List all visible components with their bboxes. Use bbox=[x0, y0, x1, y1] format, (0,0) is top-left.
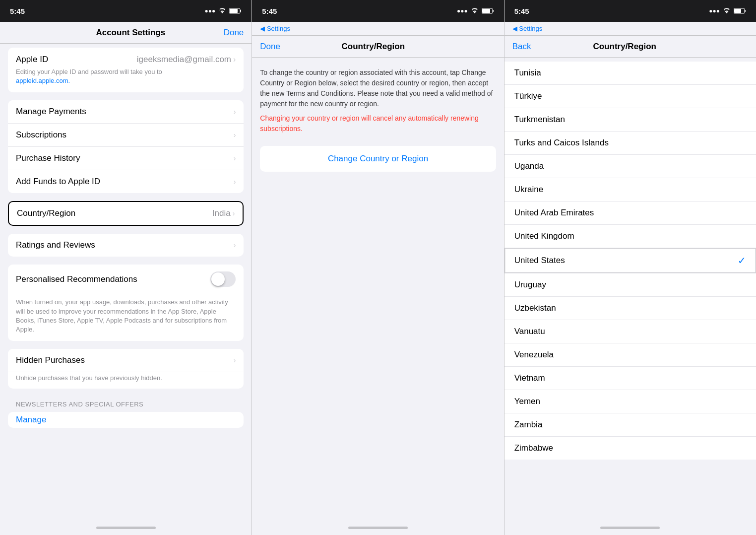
done-button[interactable]: Done bbox=[224, 28, 244, 38]
country-item[interactable]: Ukraine bbox=[504, 178, 756, 201]
country-name: United States bbox=[514, 256, 565, 266]
country-item[interactable]: Uganda bbox=[504, 155, 756, 178]
change-country-button[interactable]: Change Country or Region bbox=[260, 146, 496, 172]
country-item[interactable]: Venezuela bbox=[504, 343, 756, 367]
personalised-toggle[interactable] bbox=[210, 271, 236, 287]
home-indicator-2 bbox=[252, 520, 504, 535]
country-item[interactable]: Vanuatu bbox=[504, 320, 756, 343]
country-name: United Arab Emirates bbox=[514, 208, 594, 218]
nav-bar-2: Done Country/Region bbox=[252, 36, 504, 58]
country-name: Tunisia bbox=[514, 68, 541, 78]
apple-id-chevron: › bbox=[233, 55, 236, 64]
country-item[interactable]: United States✓ bbox=[504, 248, 756, 273]
country-region-content: To change the country or region associat… bbox=[252, 58, 504, 520]
country-item[interactable]: Uruguay bbox=[504, 273, 756, 297]
purchase-history-row[interactable]: Purchase History › bbox=[8, 147, 244, 170]
apple-id-link[interactable]: appleid.apple.com. bbox=[16, 77, 70, 84]
battery-icon-2 bbox=[482, 8, 494, 14]
status-bar-1: 5:45 ●●● bbox=[0, 0, 252, 22]
page-title-1: Account Settings bbox=[96, 28, 165, 38]
home-indicator-1 bbox=[0, 520, 252, 535]
manage-payments-chevron: › bbox=[234, 108, 236, 116]
hidden-purchases-label: Hidden Purchases bbox=[16, 355, 85, 365]
svg-rect-2 bbox=[240, 10, 241, 12]
country-name: Yemen bbox=[514, 397, 540, 406]
country-name: Uzbekistan bbox=[514, 303, 556, 313]
country-item[interactable]: Yemen bbox=[504, 390, 756, 413]
add-funds-row[interactable]: Add Funds to Apple ID › bbox=[8, 170, 244, 193]
account-settings-content: Apple ID igeeksmedia@gmail.com › Editing… bbox=[0, 44, 252, 520]
country-region-value: India bbox=[212, 208, 231, 218]
wifi-icon-2 bbox=[471, 8, 479, 14]
svg-rect-4 bbox=[482, 9, 490, 13]
hidden-purchases-chevron: › bbox=[234, 356, 236, 364]
apple-id-section: Apple ID igeeksmedia@gmail.com › Editing… bbox=[8, 48, 244, 92]
country-item[interactable]: Turks and Caicos Islands bbox=[504, 132, 756, 155]
time-1: 5:45 bbox=[10, 7, 25, 15]
status-icons-3: ●●● bbox=[709, 7, 746, 14]
settings-back-text-2[interactable]: ◀ Settings bbox=[260, 25, 290, 32]
manage-payments-label: Manage Payments bbox=[16, 107, 86, 117]
settings-back-bar-2: ◀ Settings bbox=[252, 22, 504, 36]
settings-back-text-3[interactable]: ◀ Settings bbox=[512, 25, 543, 32]
country-region-highlighted[interactable]: Country/Region India › bbox=[8, 201, 244, 226]
country-name: Zambia bbox=[514, 420, 543, 430]
country-item[interactable]: United Kingdom bbox=[504, 225, 756, 248]
country-list: TunisiaTürkiyeTurkmenistanTurks and Caic… bbox=[504, 62, 756, 460]
country-region-label: Country/Region bbox=[17, 208, 75, 218]
apple-id-row[interactable]: Apple ID igeeksmedia@gmail.com › bbox=[16, 55, 236, 65]
svg-rect-1 bbox=[230, 9, 238, 13]
country-item[interactable]: Türkiye bbox=[504, 85, 756, 108]
country-name: Zimbabwe bbox=[514, 443, 553, 453]
ratings-row[interactable]: Ratings and Reviews › bbox=[8, 234, 244, 257]
apple-id-label: Apple ID bbox=[16, 55, 48, 65]
home-indicator-3 bbox=[504, 520, 756, 535]
personalised-row: Personalised Recommendations bbox=[8, 265, 244, 294]
country-item[interactable]: Vietnam bbox=[504, 367, 756, 390]
signal-icon: ●●● bbox=[205, 7, 216, 14]
ratings-label: Ratings and Reviews bbox=[16, 240, 95, 250]
wifi-icon bbox=[218, 8, 226, 14]
svg-rect-5 bbox=[493, 10, 494, 12]
country-name: Uruguay bbox=[514, 280, 546, 290]
manage-payments-row[interactable]: Manage Payments › bbox=[8, 100, 244, 124]
manage-link[interactable]: Manage bbox=[8, 412, 244, 428]
subscriptions-row[interactable]: Subscriptions › bbox=[8, 124, 244, 147]
apple-id-subtext: Editing your Apple ID and password will … bbox=[16, 67, 236, 85]
settings-back-bar-3: ◀ Settings bbox=[504, 22, 756, 36]
svg-rect-7 bbox=[734, 9, 741, 13]
country-item[interactable]: Zimbabwe bbox=[504, 437, 756, 460]
country-list-panel: 5:45 ●●● ◀ Settings Back Country/Region … bbox=[504, 0, 756, 535]
country-item[interactable]: Uzbekistan bbox=[504, 297, 756, 320]
hidden-purchases-row[interactable]: Hidden Purchases › bbox=[8, 349, 244, 372]
status-icons-2: ●●● bbox=[457, 7, 494, 14]
country-name: Vietnam bbox=[514, 373, 545, 383]
payments-group: Manage Payments › Subscriptions › Purcha… bbox=[8, 100, 244, 193]
signal-icon-2: ●●● bbox=[457, 7, 468, 14]
home-bar-1 bbox=[96, 527, 156, 529]
signal-icon-3: ●●● bbox=[709, 7, 720, 14]
page-title-2: Country/Region bbox=[342, 42, 405, 52]
country-item[interactable]: United Arab Emirates bbox=[504, 201, 756, 225]
back-button-3[interactable]: Back bbox=[512, 42, 531, 52]
time-3: 5:45 bbox=[514, 7, 529, 15]
country-item[interactable]: Zambia bbox=[504, 413, 756, 437]
battery-icon-3 bbox=[734, 8, 746, 14]
country-name: Uganda bbox=[514, 161, 544, 171]
personalised-group: Personalised Recommendations When turned… bbox=[8, 265, 244, 341]
country-name: United Kingdom bbox=[514, 231, 574, 241]
country-item[interactable]: Tunisia bbox=[504, 62, 756, 85]
page-title-3: Country/Region bbox=[593, 42, 656, 52]
purchase-history-chevron: › bbox=[234, 154, 236, 162]
nav-bar-1: Account Settings Done bbox=[0, 22, 252, 44]
hidden-purchases-subtext: Unhide purchases that you have previousl… bbox=[8, 372, 244, 389]
country-region-row[interactable]: Country/Region India › bbox=[9, 202, 243, 225]
newsletters-header: NEWSLETTERS AND SPECIAL OFFERS bbox=[0, 397, 252, 412]
wifi-icon-3 bbox=[723, 8, 731, 14]
nav-bar-3: Back Country/Region bbox=[504, 36, 756, 58]
country-item[interactable]: Turkmenistan bbox=[504, 108, 756, 132]
subscriptions-chevron: › bbox=[234, 131, 236, 139]
status-icons-1: ●●● bbox=[205, 7, 242, 14]
svg-rect-8 bbox=[745, 10, 746, 12]
done-button-2[interactable]: Done bbox=[260, 42, 280, 52]
